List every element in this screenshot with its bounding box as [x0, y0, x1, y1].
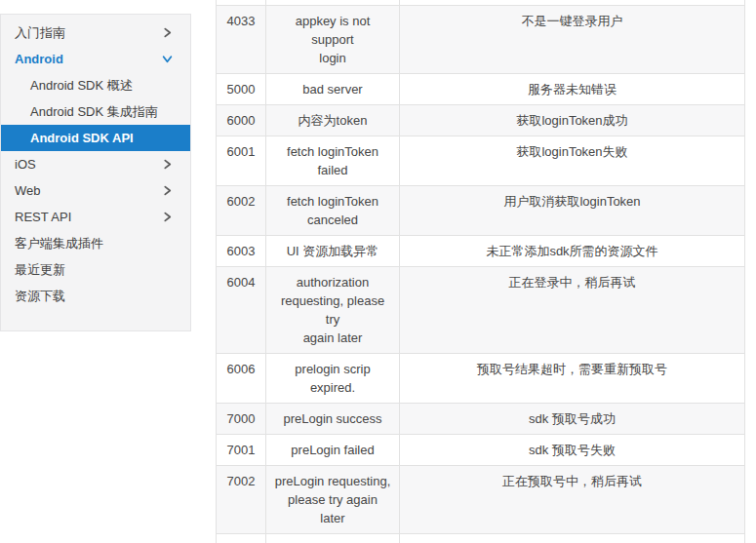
error-code-cell: 7000	[217, 403, 266, 434]
sidebar-item-label: iOS	[15, 157, 36, 172]
sidebar-item-web[interactable]: Web	[1, 177, 190, 204]
sidebar-item-rest-api[interactable]: REST API	[1, 204, 190, 230]
sidebar-item-recent-updates[interactable]: 最近更新	[1, 256, 190, 283]
error-code-cell: 6000	[217, 104, 266, 136]
error-code-cell: 7001	[217, 434, 266, 465]
error-description-cell: 预取号结果超时，需要重新预取号	[400, 353, 745, 403]
table-row: 8000init success初始化成功	[217, 533, 745, 543]
error-description-cell: sdk 预取号失败	[400, 434, 745, 465]
table-row: 7001preLogin failedsdk 预取号失败	[217, 434, 745, 465]
error-message-cell: preLogin requesting, please try again la…	[266, 465, 400, 533]
sidebar-item-label: REST API	[15, 210, 71, 224]
error-code-cell: 6002	[217, 185, 266, 235]
error-code-table: 4033appkey is not support login不是一键登录用户5…	[216, 0, 745, 543]
sidebar-item-label: 最近更新	[15, 261, 65, 279]
error-description-cell: 服务器未知错误	[400, 73, 745, 104]
sidebar-item-label: Android	[15, 52, 63, 66]
error-message-cell: 内容为token	[266, 104, 400, 136]
sidebar-nav: 入门指南AndroidAndroid SDK 概述Android SDK 集成指…	[0, 14, 191, 331]
sidebar-item-android-sdk-integration[interactable]: Android SDK 集成指南	[1, 98, 190, 125]
table-row: 6004authorization requesting, please try…	[217, 266, 745, 353]
table-row: 6006prelogin scrip expired.预取号结果超时，需要重新预…	[217, 353, 745, 403]
error-description-cell: 不是一键登录用户	[400, 5, 745, 73]
sidebar-item-label: Android SDK 集成指南	[30, 103, 158, 121]
table-row: 6003UI 资源加载异常未正常添加sdk所需的资源文件	[217, 235, 745, 266]
error-description-cell: 获取loginToken成功	[400, 104, 745, 136]
table-row: 6000内容为token获取loginToken成功	[217, 104, 745, 136]
error-code-cell: 6001	[217, 136, 266, 185]
error-description-cell: 未正常添加sdk所需的资源文件	[400, 235, 745, 266]
sidebar-item-android-sdk-api[interactable]: Android SDK API	[1, 125, 190, 151]
error-table-body: 4033appkey is not support login不是一键登录用户5…	[217, 0, 745, 543]
sidebar-item-label: Web	[15, 183, 41, 198]
error-code-cell: 5000	[217, 73, 266, 104]
error-description-cell: 正在登录中，稍后再试	[400, 266, 745, 353]
sidebar-item-label: Android SDK API	[30, 131, 134, 145]
chevron-right-icon	[162, 185, 173, 196]
table-row: 4033appkey is not support login不是一键登录用户	[217, 5, 745, 73]
error-code-cell: 6003	[217, 235, 266, 266]
chevron-right-icon	[162, 212, 173, 222]
sidebar-item-getting-started[interactable]: 入门指南	[1, 19, 190, 46]
error-code-cell: 6004	[217, 266, 266, 353]
error-code-cell: 4033	[217, 5, 266, 73]
sidebar-item-client-plugin[interactable]: 客户端集成插件	[1, 230, 190, 256]
error-message-cell: bad server	[266, 73, 400, 104]
error-description-cell: 用户取消获取loginToken	[400, 185, 745, 235]
error-message-cell: fetch loginToken failed	[266, 136, 400, 185]
table-row: 5000bad server服务器未知错误	[217, 73, 745, 104]
chevron-down-icon	[162, 54, 173, 64]
sidebar-item-label: Android SDK 概述	[30, 77, 133, 95]
error-message-cell: UI 资源加载异常	[266, 235, 400, 266]
content-area: 4033appkey is not support login不是一键登录用户5…	[216, 0, 745, 543]
error-message-cell: authorization requesting, please try aga…	[266, 266, 400, 353]
chevron-right-icon	[162, 159, 173, 170]
table-row: 7002preLogin requesting, please try agai…	[217, 465, 745, 533]
sidebar-item-ios[interactable]: iOS	[1, 151, 190, 177]
error-code-cell: 8000	[217, 533, 266, 543]
error-message-cell: init success	[266, 533, 400, 543]
sidebar-item-android[interactable]: Android	[1, 46, 190, 72]
error-description-cell: 获取loginToken失败	[400, 136, 745, 185]
chevron-right-icon	[162, 27, 173, 38]
error-description-cell: sdk 预取号成功	[400, 403, 745, 434]
table-row: 6002fetch loginToken canceled用户取消获取login…	[217, 185, 745, 235]
error-message-cell: preLogin failed	[266, 434, 400, 465]
table-row: 7000preLogin successsdk 预取号成功	[217, 403, 745, 434]
error-message-cell: fetch loginToken canceled	[266, 185, 400, 235]
sidebar-item-label: 客户端集成插件	[15, 235, 103, 252]
error-description-cell: 初始化成功	[400, 533, 745, 543]
error-message-cell: prelogin scrip expired.	[266, 353, 400, 403]
page: 入门指南AndroidAndroid SDK 概述Android SDK 集成指…	[0, 0, 756, 543]
sidebar-item-label: 入门指南	[15, 24, 65, 42]
error-code-cell: 7002	[217, 465, 266, 533]
error-description-cell: 正在预取号中，稍后再试	[400, 465, 745, 533]
sidebar-item-resource-download[interactable]: 资源下载	[1, 283, 190, 309]
sidebar-item-android-sdk-overview[interactable]: Android SDK 概述	[1, 72, 190, 98]
error-message-cell: appkey is not support login	[266, 5, 400, 73]
table-row: 6001fetch loginToken failed获取loginToken失…	[217, 136, 745, 185]
error-code-cell: 6006	[217, 353, 266, 403]
sidebar-item-label: 资源下载	[15, 288, 65, 305]
error-message-cell: preLogin success	[266, 403, 400, 434]
